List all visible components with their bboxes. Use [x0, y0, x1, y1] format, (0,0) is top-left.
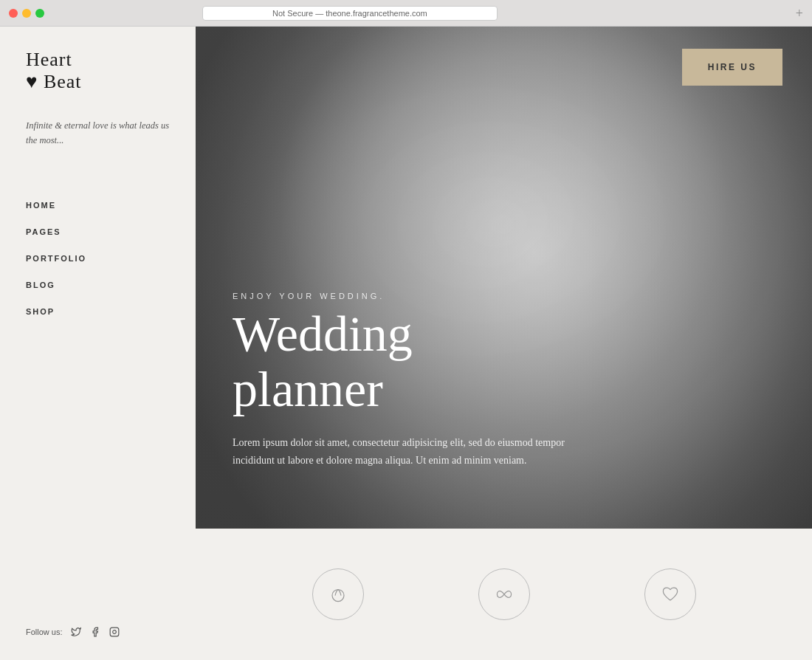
main-content: HIRE US ENJOY YOUR WEDDING. Wedding plan…: [196, 27, 812, 660]
hero-title-line2: planner: [233, 361, 383, 417]
close-button[interactable]: [9, 9, 18, 18]
url-text: Not Secure — theone.fragrancetheme.com: [272, 9, 427, 18]
infinity-icon-item[interactable]: [478, 568, 530, 620]
hero-text-overlay: ENJOY YOUR WEDDING. Wedding planner Lore…: [233, 292, 775, 470]
hero-description: Lorem ipsum dolor sit amet, consectetur …: [233, 434, 587, 470]
ring-icon-circle: [312, 568, 364, 620]
heart-icon-circle: [644, 568, 696, 620]
address-bar[interactable]: Not Secure — theone.fragrancetheme.com: [202, 6, 498, 21]
sidebar-item-portfolio[interactable]: PORTFOLIO: [26, 245, 170, 272]
hero-title-line1: Wedding: [233, 306, 413, 362]
svg-point-3: [332, 590, 344, 602]
follow-label: Follow us:: [26, 628, 63, 636]
logo-text: Heart ♥ Beat: [26, 49, 170, 93]
sidebar-footer: Follow us:: [26, 626, 170, 638]
browser-chrome: Not Secure — theone.fragrancetheme.com +: [0, 0, 812, 27]
logo: Heart ♥ Beat: [26, 49, 170, 93]
sidebar-item-shop[interactable]: SHOP: [26, 298, 170, 325]
hero-subtitle: ENJOY YOUR WEDDING.: [233, 292, 775, 300]
infinity-icon: [492, 582, 516, 606]
svg-rect-0: [110, 628, 119, 636]
icons-section: [196, 529, 812, 660]
instagram-icon[interactable]: [109, 626, 120, 638]
hero-title: Wedding planner: [233, 306, 775, 417]
logo-line2: Beat: [44, 71, 82, 92]
sidebar-item-blog[interactable]: BLOG: [26, 272, 170, 298]
new-tab-button[interactable]: +: [796, 7, 803, 20]
social-icons: [70, 626, 120, 638]
ring-icon: [326, 582, 350, 606]
nav-menu: HOME PAGES PORTFOLIO BLOG SHOP: [26, 192, 170, 626]
heart-icon: [658, 582, 682, 606]
ring-icon-item[interactable]: [312, 568, 364, 620]
minimize-button[interactable]: [22, 9, 31, 18]
hero-section: HIRE US ENJOY YOUR WEDDING. Wedding plan…: [196, 27, 812, 529]
sidebar: Heart ♥ Beat Infinite & eternal love is …: [0, 27, 196, 660]
twitter-icon[interactable]: [70, 626, 82, 638]
logo-heart: ♥: [26, 71, 38, 92]
sidebar-item-pages[interactable]: PAGES: [26, 219, 170, 245]
sidebar-item-home[interactable]: HOME: [26, 192, 170, 219]
heart-icon-item[interactable]: [644, 568, 696, 620]
facebook-icon[interactable]: [89, 626, 101, 638]
app-container: Heart ♥ Beat Infinite & eternal love is …: [0, 27, 812, 660]
hire-us-button[interactable]: HIRE US: [682, 49, 782, 86]
infinity-icon-circle: [478, 568, 530, 620]
traffic-lights: [9, 9, 44, 18]
logo-line1: Heart: [26, 49, 72, 70]
maximize-button[interactable]: [35, 9, 44, 18]
logo-tagline: Infinite & eternal love is what leads us…: [26, 118, 170, 148]
